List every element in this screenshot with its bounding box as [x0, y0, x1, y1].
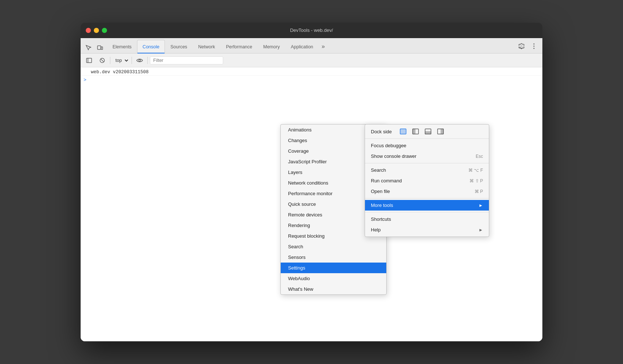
svg-point-9 [139, 59, 141, 61]
menu-item-sensors[interactable]: Sensors [281, 252, 386, 263]
svg-rect-0 [97, 46, 101, 49]
svg-rect-11 [401, 130, 405, 133]
maximize-button[interactable] [102, 28, 107, 33]
ctx-item-open-file[interactable]: Open file ⌘ P [365, 186, 489, 197]
traffic-lights [86, 28, 107, 33]
context-select-input[interactable]: top [113, 57, 129, 64]
svg-rect-17 [441, 129, 443, 134]
clear-console-button[interactable] [97, 55, 108, 66]
device-toggle-button[interactable] [95, 42, 106, 53]
menu-item-webaudio[interactable]: WebAudio [281, 273, 386, 284]
dock-side-section: Dock side [365, 125, 489, 139]
select-element-button[interactable] [83, 42, 94, 53]
eye-icon-button[interactable] [134, 55, 145, 66]
close-button[interactable] [86, 28, 91, 33]
ctx-item-show-console-drawer[interactable]: Show console drawer Esc [365, 151, 489, 161]
dropdown-container: Animations Changes Coverage JavaScript P… [81, 67, 542, 341]
devtools-window: DevTools - web.dev/ Ele [81, 23, 542, 341]
svg-point-2 [534, 44, 535, 45]
tab-bar-icons [83, 42, 106, 53]
dock-side-label: Dock side [371, 129, 392, 134]
tab-console[interactable]: Console [137, 40, 165, 53]
dock-bottom-button[interactable] [423, 127, 433, 135]
context-menu-section-1: Focus debuggee Show console drawer Esc [365, 139, 489, 163]
console-toolbar: top [81, 53, 542, 67]
tab-application[interactable]: Application [285, 40, 318, 53]
svg-rect-15 [425, 131, 431, 134]
dock-undock-button[interactable] [398, 127, 408, 135]
toolbar-divider-3 [147, 57, 148, 64]
tab-sources[interactable]: Sources [165, 40, 193, 53]
ctx-item-search[interactable]: Search ⌘ ⌥ F [365, 165, 489, 175]
sidebar-toggle-button[interactable] [84, 55, 95, 66]
ctx-item-run-command[interactable]: Run command ⌘ ⇧ P [365, 175, 489, 186]
menu-item-whats-new[interactable]: What's New [281, 284, 386, 294]
minimize-button[interactable] [94, 28, 99, 33]
settings-button[interactable] [516, 41, 527, 52]
tab-performance[interactable]: Performance [221, 40, 258, 53]
toolbar-divider-2 [132, 57, 132, 64]
menu-item-search[interactable]: Search [281, 241, 386, 252]
tab-memory[interactable]: Memory [258, 40, 285, 53]
menu-item-settings[interactable]: Settings [281, 263, 386, 273]
dock-right-button[interactable] [436, 127, 445, 135]
dock-icons [398, 127, 445, 135]
svg-point-4 [534, 48, 535, 49]
ctx-item-shortcuts[interactable]: Shortcuts [365, 214, 489, 224]
context-menu-section-4: Shortcuts Help ► [365, 212, 489, 237]
tab-bar: Elements Console Sources Network Perform… [81, 38, 542, 53]
console-log-line: web.dev v202003311508 [81, 69, 542, 76]
ctx-item-help[interactable]: Help ► [365, 224, 489, 235]
svg-rect-1 [101, 47, 103, 49]
svg-rect-5 [86, 58, 92, 63]
filter-input[interactable] [150, 56, 223, 64]
tab-elements[interactable]: Elements [107, 40, 137, 53]
context-menu[interactable]: Dock side [365, 124, 489, 237]
window-title: DevTools - web.dev/ [290, 27, 333, 33]
context-menu-section-3: More tools ► [365, 198, 489, 212]
svg-rect-13 [413, 129, 415, 134]
ctx-item-more-tools[interactable]: More tools ► [365, 200, 489, 211]
toolbar-divider [110, 57, 110, 64]
prompt-arrow: > [84, 77, 86, 83]
devtools-body: Elements Console Sources Network Perform… [81, 38, 542, 341]
svg-point-3 [534, 46, 535, 47]
more-options-button[interactable] [528, 41, 539, 52]
ctx-item-focus-debuggee[interactable]: Focus debuggee [365, 140, 489, 151]
title-bar: DevTools - web.dev/ [81, 23, 542, 38]
context-menu-section-2: Search ⌘ ⌥ F Run command ⌘ ⇧ P Open file… [365, 163, 489, 198]
svg-line-8 [101, 59, 104, 62]
tab-more-button[interactable]: » [319, 40, 328, 53]
console-prompt[interactable]: > [81, 76, 542, 84]
dock-left-button[interactable] [411, 127, 420, 135]
tab-bar-right-actions [516, 41, 542, 53]
console-content: web.dev v202003311508 > Animations Chang… [81, 67, 542, 341]
context-selector[interactable]: top [113, 57, 129, 64]
tab-network[interactable]: Network [193, 40, 221, 53]
